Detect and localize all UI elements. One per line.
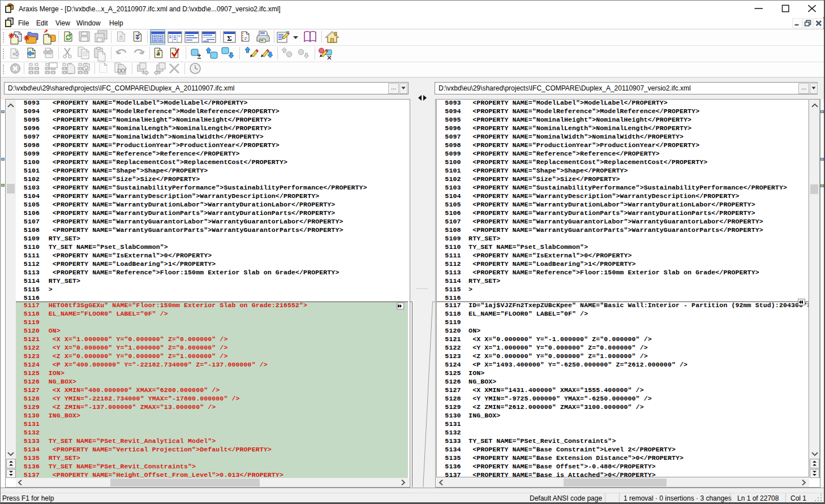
- svg-text:â: â: [157, 49, 160, 57]
- svg-text:Σ: Σ: [227, 34, 232, 42]
